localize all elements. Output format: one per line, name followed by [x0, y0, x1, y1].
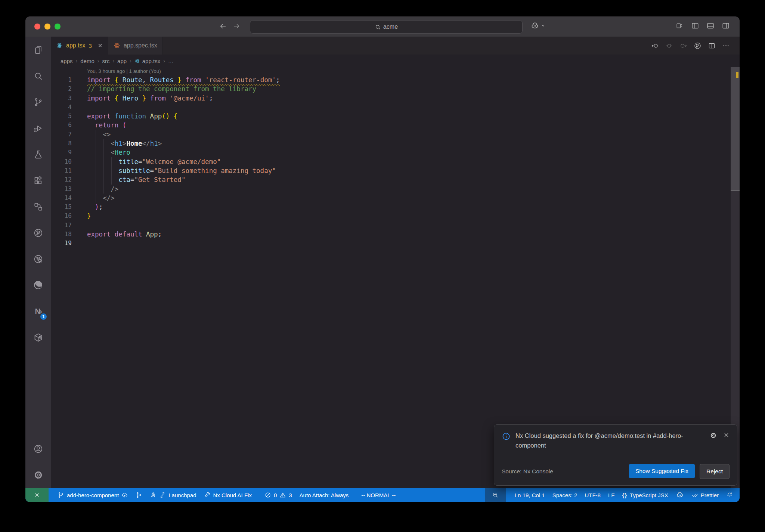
breadcrumb-item-demo[interactable]: demo [80, 58, 95, 64]
previous-change-icon[interactable] [651, 42, 659, 50]
code-line-19[interactable]: 19 [51, 239, 740, 248]
status-cursor-position[interactable]: Ln 19, Col 1 [511, 488, 549, 502]
code-line-10[interactable]: 10 title="Welcmoe @acme/demo" [51, 157, 740, 166]
code-line-13[interactable]: 13 /> [51, 185, 740, 194]
status-zoom-indicator[interactable] [485, 488, 506, 502]
command-center-search[interactable]: acme [250, 20, 523, 34]
status-gitlens-launchpad[interactable]: Launchpad [146, 488, 200, 502]
reject-button[interactable]: Reject [700, 464, 730, 479]
next-change-icon[interactable] [679, 42, 687, 50]
gitlens-icon [33, 228, 43, 238]
activity-item-explorer[interactable] [25, 37, 51, 63]
status-problems[interactable]: 03 [261, 488, 296, 502]
activity-item-search[interactable] [25, 63, 51, 89]
scrollbar-divider [731, 191, 740, 191]
code-line-3[interactable]: 3import { Hero } from '@acme/ui'; [51, 94, 740, 103]
breadcrumb-separator: › [112, 58, 114, 64]
notification-close-icon[interactable] [723, 432, 730, 438]
split-editor-icon[interactable] [708, 42, 716, 50]
indent-guide [96, 130, 96, 202]
back-arrow-icon[interactable] [219, 22, 227, 30]
code-line-15[interactable]: 15 ); [51, 202, 740, 211]
status-prettier[interactable]: Prettier [688, 488, 722, 502]
more-actions-icon[interactable] [722, 42, 730, 50]
customize-layout-icon[interactable] [676, 22, 684, 30]
line-content: export function App() { [72, 112, 740, 121]
activity-item-nx-console[interactable]: N›1 [25, 298, 51, 324]
code-line-7[interactable]: 7 <> [51, 130, 740, 139]
toggle-secondary-sidebar-icon[interactable] [722, 22, 730, 30]
activity-item-edge-tools[interactable] [25, 272, 51, 298]
maximize-window-button[interactable] [55, 24, 61, 30]
activity-item-gitlens-inspect[interactable] [25, 246, 51, 272]
gear-icon [33, 470, 43, 480]
status-commit-graph[interactable] [132, 488, 146, 502]
status-remote-indicator[interactable] [25, 488, 49, 502]
show-suggested-fix-button[interactable]: Show Suggested Fix [629, 464, 695, 478]
code-line-9[interactable]: 9 <Hero [51, 148, 740, 157]
toggle-panel-icon[interactable] [706, 22, 715, 30]
braces-icon: {} [622, 492, 627, 498]
status-nx-cloud-ai-fix[interactable]: Nx Cloud AI Fix [200, 488, 255, 502]
status-language-mode[interactable]: {}TypeScript JSX [618, 488, 672, 502]
code-line-5[interactable]: 5export function App() { [51, 112, 740, 121]
breadcrumb-item-apps[interactable]: apps [61, 58, 73, 64]
title-bar: acme [25, 16, 740, 37]
toggle-primary-sidebar-icon[interactable] [691, 22, 699, 30]
code-line-17[interactable]: 17 [51, 221, 740, 230]
activity-item-containers[interactable] [25, 324, 51, 350]
extensions-icon [33, 176, 43, 186]
breadcrumb-item-src[interactable]: src [102, 58, 109, 64]
activity-item-run-and-debug[interactable] [25, 115, 51, 141]
code-line-6[interactable]: 6 return ( [51, 121, 740, 130]
tab-app-tsx[interactable]: app.tsx3 [51, 37, 108, 55]
code-line-4[interactable]: 4 [51, 103, 740, 112]
breadcrumb-item-apptsx[interactable]: app.tsx [134, 58, 160, 64]
code-line-1[interactable]: 1import { Route, Routes } from 'react-ro… [51, 75, 740, 84]
activity-item-settings[interactable] [25, 462, 51, 488]
minimize-window-button[interactable] [44, 24, 50, 30]
line-number: 10 [51, 157, 72, 166]
status-label: Launchpad [168, 492, 196, 498]
status-git-branch[interactable]: add-hero-component [54, 488, 132, 502]
scrollbar-thumb[interactable] [731, 67, 740, 191]
status-copilot-status[interactable] [672, 488, 688, 502]
activity-item-testing[interactable] [25, 141, 51, 167]
close-window-button[interactable] [34, 24, 40, 30]
notification-settings-gear-icon[interactable] [710, 432, 717, 439]
react-icon [134, 58, 140, 64]
line-content: // importing the component from the libr… [72, 84, 740, 93]
cloud-upload-icon [121, 492, 128, 498]
line-number: 13 [51, 185, 72, 194]
breadcrumb[interactable]: apps›demo›src›app›app.tsx›… [51, 55, 740, 67]
activity-item-remote-explorer[interactable] [25, 194, 51, 220]
status-notifications-bell[interactable] [722, 488, 737, 502]
activity-item-accounts[interactable] [25, 436, 51, 462]
breadcrumb-item-[interactable]: … [168, 58, 174, 64]
code-line-2[interactable]: 2// importing the component from the lib… [51, 84, 740, 93]
forward-arrow-icon[interactable] [232, 22, 241, 30]
status-vim-mode[interactable]: -- NORMAL -- [357, 488, 399, 502]
breadcrumb-item-app[interactable]: app [117, 58, 127, 64]
status-auto-attach[interactable]: Auto Attach: Always [296, 488, 353, 502]
status-eol-sequence[interactable]: LF [604, 488, 619, 502]
activity-item-extensions[interactable] [25, 167, 51, 194]
open-changes-icon[interactable] [665, 42, 673, 50]
copilot-menu[interactable] [530, 21, 546, 30]
close-tab-icon[interactable] [97, 43, 103, 48]
gitlens-graph-icon[interactable] [694, 42, 701, 50]
code-line-12[interactable]: 12 cta="Get Started" [51, 175, 740, 184]
status-label: Auto Attach: Always [300, 492, 349, 498]
status-indentation[interactable]: Spaces: 2 [549, 488, 581, 502]
code-line-11[interactable]: 11 subtitle="Build something amazing tod… [51, 166, 740, 175]
line-number: 18 [51, 230, 72, 239]
tab-app-spec-tsx[interactable]: app.spec.tsx [108, 37, 163, 55]
code-line-14[interactable]: 14 </> [51, 194, 740, 202]
status-encoding[interactable]: UTF-8 [581, 488, 604, 502]
code-line-8[interactable]: 8 <h1>Home</h1> [51, 139, 740, 148]
activity-item-gitlens[interactable] [25, 220, 51, 246]
code-line-18[interactable]: 18export default App; [51, 230, 740, 239]
activity-item-source-control[interactable] [25, 89, 51, 115]
line-number: 9 [51, 148, 72, 157]
code-line-16[interactable]: 16} [51, 211, 740, 220]
